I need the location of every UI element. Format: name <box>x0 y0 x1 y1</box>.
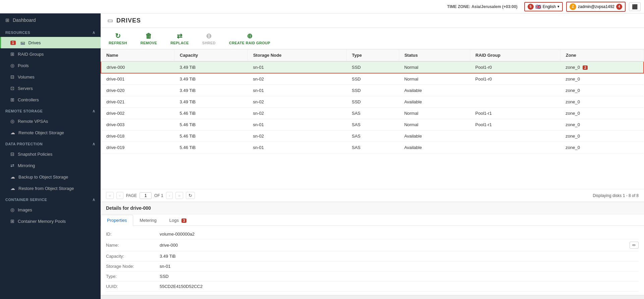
shred-icon: ⊖ <box>206 32 212 40</box>
snapshot-policies-icon: ⊟ <box>10 151 14 157</box>
table-cell: Available <box>399 96 470 108</box>
language-selector[interactable]: 5 🇬🇧 English ▾ <box>524 2 563 11</box>
lang-badge: 5 <box>528 4 534 10</box>
mirroring-icon: ⇄ <box>10 163 14 168</box>
remote-object-storage-icon: ☁ <box>10 130 15 135</box>
remote-storage-label: REMOTE STORAGE <box>5 109 43 113</box>
resources-section-header[interactable]: RESOURCES ∧ <box>0 27 101 37</box>
table-cell: drive-002 <box>101 108 174 119</box>
shred-button[interactable]: ⊖ SHRED <box>200 31 218 46</box>
table-cell: SSD <box>346 61 399 73</box>
sidebar-item-images[interactable]: ◎ Images <box>0 204 101 215</box>
sidebar-item-servers[interactable]: ⊡ Servers <box>0 83 101 94</box>
first-page-button[interactable]: « <box>106 192 114 199</box>
table-row[interactable]: drive-0035.46 TiBsn-01SASNormalPool1-r1z… <box>101 119 644 131</box>
table-cell: 5.46 TiB <box>174 142 248 153</box>
tab-properties[interactable]: Properties <box>101 215 133 226</box>
sidebar-item-remote-vpsas[interactable]: ◎ Remote VPSAs <box>0 115 101 127</box>
table-cell: Pool1-r1 <box>470 119 560 131</box>
table-row[interactable]: drive-0013.49 TiBsn-02SSDNormalPool1-r0z… <box>101 73 644 85</box>
replace-button[interactable]: ⇄ REPLACE <box>168 31 192 46</box>
page-icon: ▭ <box>107 17 113 24</box>
table-cell: Pool1-r0 <box>470 61 560 73</box>
sidebar-item-raid-groups[interactable]: ⊞ RAID Groups <box>0 48 101 60</box>
details-tabs: Properties Metering Logs 3 <box>101 214 644 226</box>
edit-button[interactable]: ✏ <box>630 242 639 249</box>
sidebar-item-snapshot-policies[interactable]: ⊟ Snapshot Policies <box>0 148 101 160</box>
pagination-refresh-button[interactable]: ↻ <box>186 192 195 199</box>
table-cell: SSD <box>346 73 399 85</box>
shred-label: SHRED <box>202 41 216 45</box>
data-protection-label: DATA PROTECTION <box>5 142 43 146</box>
logs-badge: 3 <box>181 218 187 223</box>
sidebar-item-mirroring[interactable]: ⇄ Mirroring <box>0 160 101 171</box>
table-cell: 5.46 TiB <box>174 131 248 142</box>
detail-row: Type:SSD <box>106 271 639 282</box>
drives-badge: 1 <box>10 41 16 45</box>
container-service-section-header[interactable]: CONTAINER SERVICE ∧ <box>0 194 101 204</box>
table-row[interactable]: drive-0195.46 TiBsn-01SASAvailablezone_0 <box>101 142 644 153</box>
table-cell: Available <box>399 142 470 153</box>
detail-label: UUID: <box>106 284 160 289</box>
detail-row: UUID:55CD2E4150D52CC2 <box>106 282 639 292</box>
page-number-input[interactable] <box>140 192 152 199</box>
table-row[interactable]: drive-0203.49 TiBsn-01SSDAvailablezone_0 <box>101 85 644 96</box>
content-area: ▭ DRIVES ↻ REFRESH 🗑 REMOVE ⇄ REPLACE ⊖ … <box>101 13 644 299</box>
tab-logs[interactable]: Logs 3 <box>163 215 193 226</box>
lang-flag: 🇬🇧 <box>535 4 541 9</box>
drives-icon: 🖴 <box>20 40 25 45</box>
sidebar-item-volumes[interactable]: ⊟ Volumes <box>0 71 101 83</box>
detail-row: Storage Node:sn-01 <box>106 261 639 271</box>
table-cell: SAS <box>346 142 399 153</box>
dashboard-icon: ⊞ <box>5 17 9 23</box>
col-raid-group: RAID Group <box>470 49 560 61</box>
table-cell <box>470 142 560 153</box>
sidebar-item-pools[interactable]: ◎ Pools <box>0 60 101 71</box>
sidebar-item-dashboard[interactable]: ⊞ Dashboard <box>0 13 101 27</box>
remove-button[interactable]: 🗑 REMOVE <box>138 31 160 46</box>
table-cell: sn-02 <box>248 131 346 142</box>
table-row[interactable]: drive-0025.46 TiBsn-02SASNormalPool1-r1z… <box>101 108 644 119</box>
table-row[interactable]: drive-0003.49 TiBsn-01SSDNormalPool1-r0z… <box>101 61 644 73</box>
table-cell: 3.49 TiB <box>174 61 248 73</box>
snapshot-policies-label: Snapshot Policies <box>18 152 52 157</box>
user-menu[interactable]: Z zadmin@zvpsa1492 4 <box>566 2 626 12</box>
refresh-button[interactable]: ↻ REFRESH <box>106 31 130 46</box>
servers-icon: ⊡ <box>10 86 14 91</box>
horizontal-scrollbar[interactable] <box>101 295 644 299</box>
logout-button[interactable]: ⬛ <box>629 2 641 11</box>
sidebar-item-backup-object-storage[interactable]: ☁ Backup to Object Storage <box>0 171 101 183</box>
create-raid-group-button[interactable]: ⊕ CREATE RAID GROUP <box>226 31 273 46</box>
data-protection-section-header[interactable]: DATA PROTECTION ∧ <box>0 138 101 148</box>
data-protection-chevron-icon: ∧ <box>92 142 96 146</box>
next-page-button[interactable]: › <box>166 192 173 199</box>
table-cell: Normal <box>399 73 470 85</box>
table-row[interactable]: drive-0213.49 TiBsn-02SSDAvailablezone_0 <box>101 96 644 108</box>
tab-metering[interactable]: Metering <box>133 215 163 226</box>
sidebar-item-restore-object-storage[interactable]: ☁ Restore from Object Storage <box>0 183 101 194</box>
table-cell: zone_0 <box>560 119 644 131</box>
sidebar-item-drives[interactable]: 1 🖴 Drives <box>0 37 101 48</box>
details-header: Details for drive-000 <box>101 202 644 214</box>
detail-value: sn-01 <box>160 264 639 269</box>
table-cell <box>470 96 560 108</box>
controllers-label: Controllers <box>18 97 39 102</box>
table-cell: SSD <box>346 85 399 96</box>
last-page-button[interactable]: » <box>175 192 183 199</box>
displaying-info: Displaying disks 1 - 8 of 8 <box>593 193 639 198</box>
sidebar-item-controllers[interactable]: ⊞ Controllers <box>0 94 101 105</box>
detail-value: volume-000000a2 <box>160 232 639 237</box>
table-cell: sn-01 <box>248 61 346 73</box>
detail-value: 3.49 TiB <box>160 254 639 259</box>
remote-storage-section-header[interactable]: REMOTE STORAGE ∧ <box>0 105 101 115</box>
table-cell: SAS <box>346 108 399 119</box>
controllers-icon: ⊞ <box>10 97 14 102</box>
table-cell: Available <box>399 85 470 96</box>
table-cell: zone_0 <box>560 131 644 142</box>
table-cell: drive-020 <box>101 85 174 96</box>
col-capacity: Capacity <box>174 49 248 61</box>
sidebar-item-remote-object-storage[interactable]: ☁ Remote Object Storage <box>0 127 101 138</box>
sidebar-item-container-memory-pools[interactable]: ⊞ Container Memory Pools <box>0 215 101 227</box>
table-row[interactable]: drive-0185.46 TiBsn-02SASAvailablezone_0 <box>101 131 644 142</box>
prev-page-button[interactable]: ‹ <box>116 192 123 199</box>
